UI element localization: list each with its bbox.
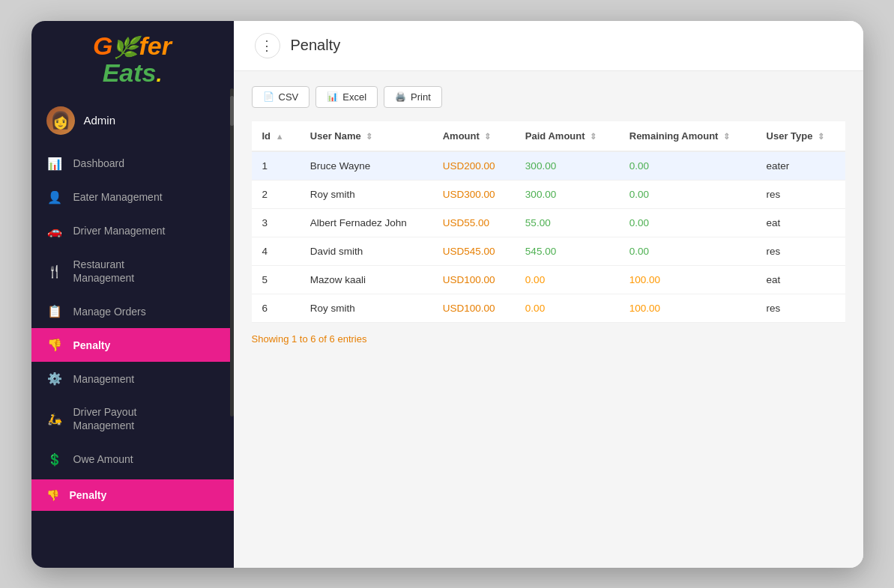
driver-payout-icon: 🛵: [46, 412, 63, 426]
cell-remaining: 0.00: [619, 208, 756, 237]
cell-remaining: 0.00: [619, 180, 756, 208]
cell-usertype: res: [756, 237, 845, 265]
sidebar-item-label: Dashboard: [73, 157, 125, 169]
col-header-paid-amount[interactable]: Paid Amount ⇕: [515, 121, 619, 151]
cell-amount: USD300.00: [432, 180, 515, 208]
eater-icon: 👤: [46, 190, 63, 204]
cell-amount: USD100.00: [432, 265, 515, 294]
sidebar-item-driver-management[interactable]: 🚗 Driver Management: [31, 214, 234, 248]
col-header-id[interactable]: Id ▲: [252, 121, 300, 151]
main-content: ⋮ Penalty 📄 CSV 📊 Excel 🖨️ Print: [234, 21, 863, 568]
csv-icon: 📄: [263, 91, 274, 102]
sidebar-item-driver-payout[interactable]: 🛵 Driver PayoutManagement: [31, 395, 234, 442]
print-button[interactable]: 🖨️ Print: [384, 86, 442, 108]
restaurant-icon: 🍴: [46, 264, 63, 279]
top-bar: ⋮ Penalty: [234, 21, 863, 71]
sidebar-item-penalty-bottom[interactable]: 👎 Penalty: [31, 479, 234, 511]
cell-usertype: res: [756, 294, 845, 322]
action-buttons-row: 📄 CSV 📊 Excel 🖨️ Print: [252, 86, 845, 108]
sidebar-item-label: RestaurantManagement: [73, 258, 135, 285]
cell-paid: 545.00: [515, 237, 619, 265]
col-header-amount[interactable]: Amount ⇕: [432, 121, 515, 151]
app-container: G🌿fer Eats. 👩 Admin 📊 Dashboard: [31, 21, 863, 568]
cell-id: 3: [252, 208, 300, 237]
table-row: 5Mazow kaaliUSD100.000.00100.00eat: [252, 265, 845, 294]
col-header-usertype[interactable]: User Type ⇕: [756, 121, 845, 151]
sidebar-item-manage-orders[interactable]: 📋 Manage Orders: [31, 294, 234, 328]
table-footer: Showing 1 to 6 of 6 entries: [252, 333, 845, 345]
management-icon: ⚙️: [46, 372, 63, 386]
sidebar-item-label: Management: [73, 373, 135, 385]
sidebar-item-label: Driver Management: [73, 225, 166, 237]
col-header-remaining[interactable]: Remaining Amount ⇕: [619, 121, 756, 151]
menu-dots-button[interactable]: ⋮: [255, 33, 280, 58]
sidebar-item-label: Penalty: [73, 339, 111, 351]
cell-amount: USD545.00: [432, 237, 515, 265]
sidebar-item-label: Manage Orders: [73, 306, 146, 318]
sidebar-item-label: Penalty: [70, 489, 107, 501]
cell-remaining: 100.00: [619, 294, 756, 322]
cell-paid: 300.00: [515, 151, 619, 181]
sidebar-item-penalty-active[interactable]: 👎 Penalty: [31, 328, 234, 362]
cell-id: 4: [252, 237, 300, 265]
cell-amount: USD100.00: [432, 294, 515, 322]
sidebar-scrollbar[interactable]: [230, 88, 234, 416]
sidebar-item-label: Driver PayoutManagement: [73, 405, 137, 432]
page-title: Penalty: [291, 37, 341, 54]
cell-usertype: res: [756, 180, 845, 208]
sort-icon-usertype: ⇕: [818, 132, 824, 141]
sidebar-item-management[interactable]: ⚙️ Management: [31, 362, 234, 395]
sort-icon-amount: ⇕: [484, 132, 491, 141]
nav-items: 📊 Dashboard 👤 Eater Management 🚗 Driver …: [31, 147, 234, 568]
sort-icon-paid: ⇕: [590, 132, 596, 141]
table-row: 3Albert Fernadez JohnUSD55.0055.000.00ea…: [252, 208, 845, 237]
cell-usertype: eater: [756, 151, 845, 181]
dots-icon: ⋮: [260, 37, 274, 54]
cell-paid: 0.00: [515, 265, 619, 294]
orders-icon: 📋: [46, 304, 63, 318]
logo-area: G🌿fer Eats.: [31, 21, 234, 94]
cell-username: Mazow kaali: [300, 265, 432, 294]
cell-id: 1: [252, 151, 300, 181]
driver-icon: 🚗: [46, 224, 63, 238]
cell-id: 5: [252, 265, 300, 294]
table-header-row: Id ▲ User Name ⇕ Amount ⇕ Paid Amount: [252, 121, 845, 151]
col-header-username[interactable]: User Name ⇕: [300, 121, 432, 151]
sort-icon-username: ⇕: [366, 132, 372, 141]
cell-remaining: 100.00: [619, 265, 756, 294]
table-area: 📄 CSV 📊 Excel 🖨️ Print Id: [234, 71, 863, 568]
avatar: 👩: [46, 106, 75, 135]
table-row: 6Roy smithUSD100.000.00100.00res: [252, 294, 845, 322]
owe-icon: 💲: [46, 452, 63, 467]
table-row: 1Bruce WayneUSD200.00300.000.00eater: [252, 151, 845, 181]
cell-id: 2: [252, 180, 300, 208]
cell-paid: 0.00: [515, 294, 619, 322]
cell-username: Roy smith: [300, 294, 432, 322]
sidebar-item-label: Owe Amount: [73, 453, 133, 465]
cell-usertype: eat: [756, 208, 845, 237]
print-icon: 🖨️: [395, 91, 406, 102]
table-row: 2Roy smithUSD300.00300.000.00res: [252, 180, 845, 208]
sidebar-item-eater-management[interactable]: 👤 Eater Management: [31, 181, 234, 214]
sort-icon-remaining: ⇕: [723, 132, 730, 141]
excel-button[interactable]: 📊 Excel: [315, 86, 378, 108]
sidebar-item-dashboard[interactable]: 📊 Dashboard: [31, 147, 234, 181]
table-row: 4David smithUSD545.00545.000.00res: [252, 237, 845, 265]
admin-row[interactable]: 👩 Admin: [31, 94, 234, 147]
sidebar: G🌿fer Eats. 👩 Admin 📊 Dashboard: [31, 21, 234, 568]
admin-name-label: Admin: [84, 114, 116, 127]
sidebar-item-restaurant-management[interactable]: 🍴 RestaurantManagement: [31, 248, 234, 294]
cell-amount: USD200.00: [432, 151, 515, 181]
cell-id: 6: [252, 294, 300, 322]
sidebar-item-owe-amount[interactable]: 💲 Owe Amount: [31, 443, 234, 476]
cell-username: Roy smith: [300, 180, 432, 208]
sidebar-item-label: Eater Management: [73, 191, 163, 203]
cell-remaining: 0.00: [619, 237, 756, 265]
excel-icon: 📊: [327, 91, 338, 102]
cell-remaining: 0.00: [619, 151, 756, 181]
cell-username: David smith: [300, 237, 432, 265]
csv-button[interactable]: 📄 CSV: [252, 86, 310, 108]
app-logo: G🌿fer Eats.: [93, 32, 172, 85]
penalty-active-icon: 👎: [46, 338, 63, 352]
cell-paid: 55.00: [515, 208, 619, 237]
